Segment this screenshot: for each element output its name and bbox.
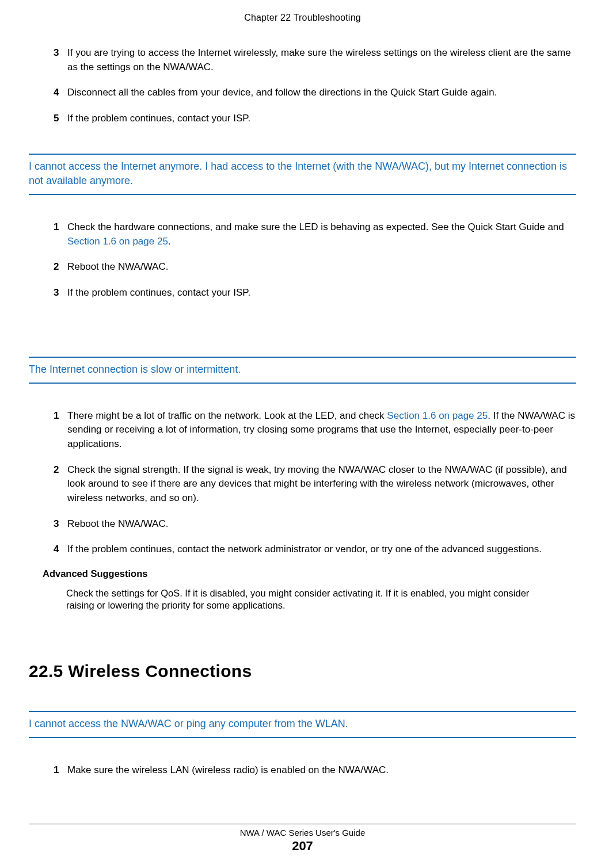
step-number: 4 <box>54 542 65 557</box>
list-item: 4 If the problem continues, contact the … <box>54 542 576 557</box>
step-text: If the problem continues, contact the ne… <box>67 542 576 557</box>
step-text: If the problem continues, contact your I… <box>67 286 576 300</box>
step-number: 3 <box>54 286 65 300</box>
section-heading: 22.5 Wireless Connections <box>29 661 576 681</box>
cross-reference-link[interactable]: Section 1.6 on page 25 <box>387 410 488 421</box>
step-number: 4 <box>54 86 65 100</box>
step-text: If the problem continues, contact your I… <box>67 112 576 126</box>
page-number: 207 <box>29 839 576 854</box>
text-pre: Check the hardware connections, and make… <box>67 221 564 232</box>
text-post: . <box>168 236 171 247</box>
step-number: 1 <box>54 763 65 778</box>
list-item: 3 If the problem continues, contact your… <box>54 286 576 300</box>
page-footer: NWA / WAC Series User's Guide 207 <box>29 813 576 854</box>
guide-name: NWA / WAC Series User's Guide <box>29 828 576 838</box>
step-number: 3 <box>54 46 65 60</box>
topic-title: I cannot access the NWA/WAC or ping any … <box>29 711 576 738</box>
footer-rule <box>29 824 576 824</box>
step-number: 3 <box>54 517 65 531</box>
step-text: Disconnect all the cables from your devi… <box>67 86 576 100</box>
step-number: 2 <box>54 463 65 477</box>
step-list: 1 There might be a lot of traffic on the… <box>29 409 576 557</box>
list-item: 2 Check the signal strength. If the sign… <box>54 463 576 506</box>
topic-block-internet-lost: I cannot access the Internet anymore. I … <box>29 154 576 312</box>
step-list: 1 Check the hardware connections, and ma… <box>29 220 576 300</box>
advanced-suggestions-text: Check the settings for QoS. If it is dis… <box>66 587 559 612</box>
step-number: 5 <box>54 112 65 126</box>
cross-reference-link[interactable]: Section 1.6 on page 25 <box>67 236 168 247</box>
text-pre: There might be a lot of traffic on the n… <box>67 410 387 421</box>
step-list: 1 Make sure the wireless LAN (wireless r… <box>29 763 576 778</box>
list-item: 1 Make sure the wireless LAN (wireless r… <box>54 763 576 778</box>
topic-block-wlan-access: I cannot access the NWA/WAC or ping any … <box>29 711 576 789</box>
step-number: 1 <box>54 409 65 423</box>
step-text: If you are trying to access the Internet… <box>67 46 576 74</box>
step-text: Check the hardware connections, and make… <box>67 220 576 248</box>
step-text: Make sure the wireless LAN (wireless rad… <box>67 763 576 778</box>
step-text: Check the signal strength. If the signal… <box>67 463 576 506</box>
step-number: 2 <box>54 260 65 274</box>
step-list-top: 3 If you are trying to access the Intern… <box>29 46 576 137</box>
topic-title: The Internet connection is slow or inter… <box>29 357 576 384</box>
chapter-header: Chapter 22 Troubleshooting <box>29 13 576 23</box>
list-item: 5 If the problem continues, contact your… <box>54 112 576 126</box>
step-text: There might be a lot of traffic on the n… <box>67 409 576 452</box>
advanced-suggestions-heading: Advanced Suggestions <box>43 568 576 579</box>
list-item: 4 Disconnect all the cables from your de… <box>54 86 576 100</box>
step-text: Reboot the NWA/WAC. <box>67 260 576 274</box>
list-item: 1 There might be a lot of traffic on the… <box>54 409 576 452</box>
list-item: 1 Check the hardware connections, and ma… <box>54 220 576 248</box>
list-item: 3 Reboot the NWA/WAC. <box>54 517 576 531</box>
list-item: 2 Reboot the NWA/WAC. <box>54 260 576 274</box>
step-number: 1 <box>54 220 65 235</box>
document-page: Chapter 22 Troubleshooting 3 If you are … <box>0 0 605 868</box>
step-text: Reboot the NWA/WAC. <box>67 517 576 531</box>
list-item: 3 If you are trying to access the Intern… <box>54 46 576 74</box>
topic-title: I cannot access the Internet anymore. I … <box>29 154 576 195</box>
topic-block-slow-intermittent: The Internet connection is slow or inter… <box>29 357 576 612</box>
